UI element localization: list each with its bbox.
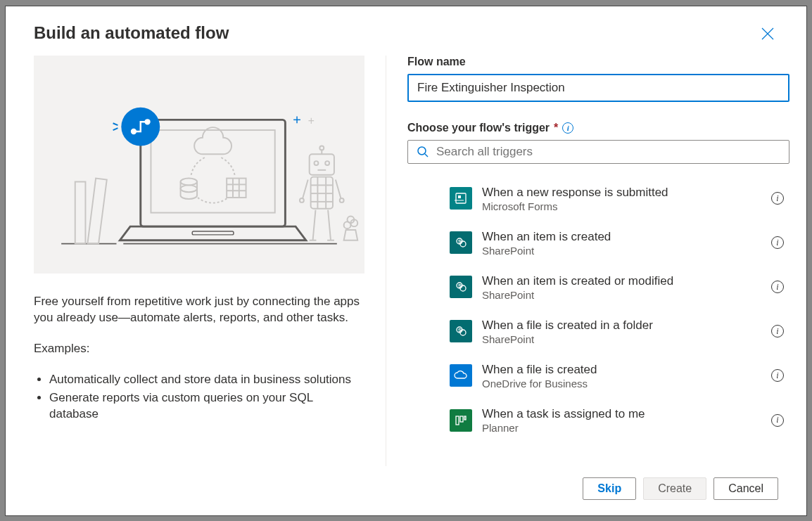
required-asterisk: * xyxy=(554,122,558,134)
trigger-text: When a file is createdOneDrive for Busin… xyxy=(482,362,771,390)
close-icon xyxy=(761,27,774,40)
trigger-item[interactable]: SWhen an item is created or modifiedShar… xyxy=(450,265,789,309)
svg-point-14 xyxy=(325,161,329,165)
trigger-search-box[interactable] xyxy=(407,140,789,164)
flow-name-label: Flow name xyxy=(407,56,789,68)
info-icon[interactable]: i xyxy=(771,236,784,249)
dialog-footer: Skip Create Cancel xyxy=(6,466,806,515)
search-icon xyxy=(417,146,429,158)
trigger-item[interactable]: SWhen an item is createdSharePointi xyxy=(450,221,789,265)
cancel-button[interactable]: Cancel xyxy=(713,477,778,500)
info-icon[interactable]: i xyxy=(771,325,784,337)
svg-text:S: S xyxy=(458,283,462,289)
svg-point-26 xyxy=(300,198,304,202)
trigger-text: When an item is createdSharePoint xyxy=(482,229,771,257)
flow-illustration: + xyxy=(34,56,364,274)
examples-list: Automatically collect and store data in … xyxy=(34,371,364,423)
trigger-text: When a new response is submittedMicrosof… xyxy=(482,185,771,212)
description-text: Free yourself from repetitive work just … xyxy=(34,293,364,327)
trigger-text: When an item is created or modifiedShare… xyxy=(482,274,771,301)
trigger-search-input[interactable] xyxy=(436,145,780,159)
trigger-title: When an item is created or modified xyxy=(482,274,771,289)
svg-point-41 xyxy=(418,147,426,155)
create-button[interactable]: Create xyxy=(643,477,706,500)
svg-rect-4 xyxy=(192,231,234,234)
connector-icon xyxy=(450,187,472,210)
svg-rect-56 xyxy=(460,416,463,422)
trigger-subtitle: OneDrive for Business xyxy=(482,378,771,390)
flow-name-input[interactable] xyxy=(407,74,789,102)
svg-line-36 xyxy=(113,123,118,125)
example-item: Automatically collect and store data in … xyxy=(49,371,364,388)
svg-rect-2 xyxy=(141,120,286,226)
trigger-title: When a new response is submitted xyxy=(482,185,771,200)
svg-line-24 xyxy=(303,179,308,198)
info-icon[interactable]: i xyxy=(771,369,784,382)
svg-text:S: S xyxy=(458,327,462,333)
trigger-list: When a new response is submittedMicrosof… xyxy=(407,176,789,443)
trigger-title: When a task is assigned to me xyxy=(482,406,771,422)
trigger-subtitle: SharePoint xyxy=(482,289,771,301)
right-pane[interactable]: Flow name Choose your flow's trigger * i… xyxy=(386,56,797,449)
example-item: Generate reports via custom queries on y… xyxy=(49,390,364,423)
trigger-item[interactable]: When a file is createdOneDrive for Busin… xyxy=(450,354,789,398)
info-icon[interactable]: i xyxy=(771,192,784,205)
connector-icon: S xyxy=(450,276,472,298)
trigger-item[interactable]: When a task is assigned to mePlanneri xyxy=(450,398,789,442)
trigger-subtitle: Microsoft Forms xyxy=(482,200,771,212)
connector-icon: S xyxy=(450,320,472,342)
svg-point-17 xyxy=(319,146,324,150)
svg-rect-12 xyxy=(310,154,334,174)
svg-point-6 xyxy=(181,185,198,192)
info-icon[interactable]: i xyxy=(771,281,784,293)
connector-icon: S xyxy=(450,231,472,254)
svg-line-42 xyxy=(425,154,428,157)
trigger-label: Choose your flow's trigger * i xyxy=(407,122,789,134)
svg-line-28 xyxy=(313,210,316,240)
trigger-title: When an item is created xyxy=(482,229,771,245)
close-button[interactable] xyxy=(757,23,778,44)
svg-rect-7 xyxy=(227,178,246,197)
svg-point-27 xyxy=(340,198,344,202)
trigger-title: When a file is created xyxy=(482,362,771,378)
svg-text:+: + xyxy=(308,115,315,127)
svg-rect-3 xyxy=(151,130,274,213)
svg-rect-55 xyxy=(456,416,459,425)
trigger-title: When a file is created in a folder xyxy=(482,318,771,333)
build-automated-flow-dialog: Build an automated flow xyxy=(5,6,807,516)
svg-point-13 xyxy=(315,161,319,165)
connector-icon xyxy=(450,364,472,387)
svg-line-29 xyxy=(328,210,331,240)
trigger-subtitle: SharePoint xyxy=(482,245,771,257)
svg-rect-44 xyxy=(458,195,461,198)
svg-line-25 xyxy=(336,179,341,198)
left-pane: + Free yourself from repetitive work jus… xyxy=(34,56,386,466)
svg-text:S: S xyxy=(458,238,462,245)
trigger-subtitle: Planner xyxy=(482,422,771,434)
skip-button[interactable]: Skip xyxy=(583,477,636,500)
info-icon[interactable]: i xyxy=(771,414,784,427)
svg-rect-57 xyxy=(464,416,466,420)
trigger-item[interactable]: SWhen a file is created in a folderShare… xyxy=(450,309,789,354)
connector-icon xyxy=(450,409,472,432)
info-icon[interactable]: i xyxy=(562,122,573,134)
trigger-subtitle: SharePoint xyxy=(482,333,771,345)
svg-point-5 xyxy=(181,178,198,185)
trigger-item[interactable]: When a new response is submittedMicrosof… xyxy=(450,176,789,221)
examples-label: Examples: xyxy=(34,340,364,357)
trigger-text: When a file is created in a folderShareP… xyxy=(482,318,771,345)
svg-line-37 xyxy=(113,128,118,130)
trigger-text: When a task is assigned to mePlanner xyxy=(482,406,771,434)
dialog-title: Build an automated flow xyxy=(34,23,229,43)
